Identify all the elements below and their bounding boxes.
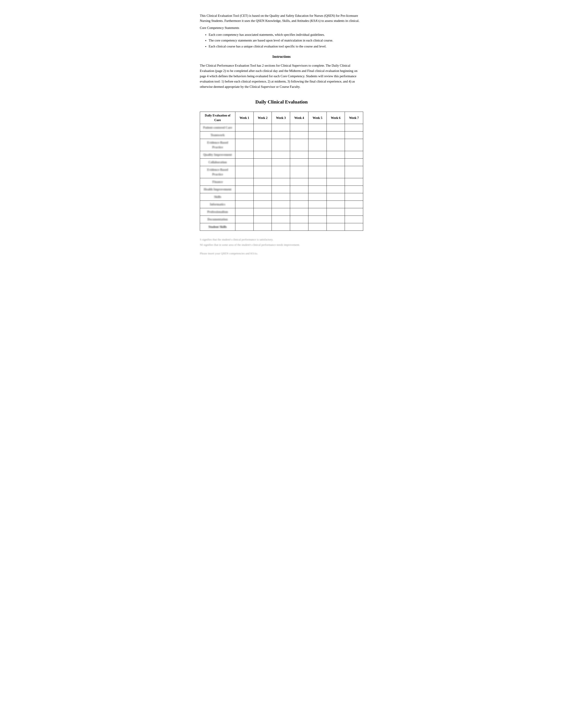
row-2-week-5 xyxy=(308,139,327,151)
row-7-week-6 xyxy=(327,186,345,193)
table-row: Health Improvement xyxy=(200,186,363,193)
row-4-week-2 xyxy=(253,159,272,166)
row-10-week-7 xyxy=(345,208,363,216)
row-6-week-3 xyxy=(272,178,290,186)
row-3-week-6 xyxy=(327,151,345,159)
row-label-6: Finance xyxy=(200,178,235,186)
row-0-week-5 xyxy=(308,124,327,131)
row-4-week-4 xyxy=(290,159,309,166)
table-row: Patient-centered Care xyxy=(200,124,363,131)
row-1-week-2 xyxy=(253,131,272,139)
row-1-week-7 xyxy=(345,131,363,139)
row-2-week-6 xyxy=(327,139,345,151)
row-12-week-2 xyxy=(253,223,272,231)
row-5-week-5 xyxy=(308,166,327,178)
row-4-week-3 xyxy=(272,159,290,166)
table-header-row: Daily Evaluation of Core Week 1 Week 2 W… xyxy=(200,112,363,124)
row-label-7: Health Improvement xyxy=(200,186,235,193)
row-6-week-4 xyxy=(290,178,309,186)
row-8-week-1 xyxy=(235,193,254,201)
row-2-week-7 xyxy=(345,139,363,151)
row-0-week-1 xyxy=(235,124,254,131)
row-0-week-4 xyxy=(290,124,309,131)
table-row: Collaboration xyxy=(200,159,363,166)
row-label-2: Evidence-Based Practice xyxy=(200,139,235,151)
legend-line-2: NI signifies that in some area of the st… xyxy=(200,243,363,247)
instructions-body: The Clinical Performance Evaluation Tool… xyxy=(200,63,363,89)
row-10-week-4 xyxy=(290,208,309,216)
row-9-week-6 xyxy=(327,201,345,208)
bullet-item-1: Each core competency has associated stat… xyxy=(209,32,363,37)
row-0-week-3 xyxy=(272,124,290,131)
row-10-week-3 xyxy=(272,208,290,216)
row-8-week-7 xyxy=(345,193,363,201)
row-0-week-6 xyxy=(327,124,345,131)
row-9-week-2 xyxy=(253,201,272,208)
row-8-week-6 xyxy=(327,193,345,201)
table-row: Professionalism xyxy=(200,208,363,216)
row-12-week-4 xyxy=(290,223,309,231)
row-3-week-5 xyxy=(308,151,327,159)
row-9-week-3 xyxy=(272,201,290,208)
row-12-week-5 xyxy=(308,223,327,231)
row-7-week-2 xyxy=(253,186,272,193)
row-10-week-2 xyxy=(253,208,272,216)
row-8-week-2 xyxy=(253,193,272,201)
row-9-week-7 xyxy=(345,201,363,208)
row-3-week-2 xyxy=(253,151,272,159)
row-1-week-1 xyxy=(235,131,254,139)
row-1-week-5 xyxy=(308,131,327,139)
row-3-week-3 xyxy=(272,151,290,159)
row-7-week-1 xyxy=(235,186,254,193)
core-competency-label: Core Competency Statements xyxy=(200,25,363,30)
row-10-week-1 xyxy=(235,208,254,216)
table-header-col0: Daily Evaluation of Core xyxy=(200,112,235,124)
row-2-week-3 xyxy=(272,139,290,151)
bullet-item-3: Each clinical course has a unique clinic… xyxy=(209,44,363,49)
table-header-week2: Week 2 xyxy=(253,112,272,124)
row-5-week-6 xyxy=(327,166,345,178)
row-3-week-7 xyxy=(345,151,363,159)
evaluation-table: Daily Evaluation of Core Week 1 Week 2 W… xyxy=(200,112,363,231)
row-label-5: Evidence-Based Practice xyxy=(200,166,235,178)
table-header-week7: Week 7 xyxy=(345,112,363,124)
row-8-week-5 xyxy=(308,193,327,201)
row-12-week-7 xyxy=(345,223,363,231)
row-1-week-6 xyxy=(327,131,345,139)
row-4-week-7 xyxy=(345,159,363,166)
table-row: Evidence-Based Practice xyxy=(200,139,363,151)
row-11-week-7 xyxy=(345,216,363,223)
row-4-week-6 xyxy=(327,159,345,166)
table-header-week5: Week 5 xyxy=(308,112,327,124)
row-0-week-7 xyxy=(345,124,363,131)
row-7-week-3 xyxy=(272,186,290,193)
table-row: Finance xyxy=(200,178,363,186)
instructions-title: Instructions xyxy=(200,54,363,59)
row-3-week-1 xyxy=(235,151,254,159)
row-3-week-4 xyxy=(290,151,309,159)
row-5-week-4 xyxy=(290,166,309,178)
row-label-11: Documentation xyxy=(200,216,235,223)
row-label-8: Skills xyxy=(200,193,235,201)
row-2-week-1 xyxy=(235,139,254,151)
row-label-4: Collaboration xyxy=(200,159,235,166)
row-label-3: Quality Improvement xyxy=(200,151,235,159)
row-8-week-4 xyxy=(290,193,309,201)
row-6-week-1 xyxy=(235,178,254,186)
row-5-week-2 xyxy=(253,166,272,178)
daily-clinical-title: Daily Clinical Evaluation xyxy=(200,98,363,105)
legend-line-1: S signifies that the student's clinical … xyxy=(200,237,363,242)
table-header-week3: Week 3 xyxy=(272,112,290,124)
row-label-0: Patient-centered Care xyxy=(200,124,235,131)
row-9-week-4 xyxy=(290,201,309,208)
row-1-week-4 xyxy=(290,131,309,139)
footer-note: Please insert your QSEN competencies and… xyxy=(200,251,363,256)
row-10-week-6 xyxy=(327,208,345,216)
row-6-week-2 xyxy=(253,178,272,186)
row-8-week-3 xyxy=(272,193,290,201)
row-12-week-6 xyxy=(327,223,345,231)
row-12-week-3 xyxy=(272,223,290,231)
row-2-week-2 xyxy=(253,139,272,151)
row-7-week-4 xyxy=(290,186,309,193)
row-0-week-2 xyxy=(253,124,272,131)
